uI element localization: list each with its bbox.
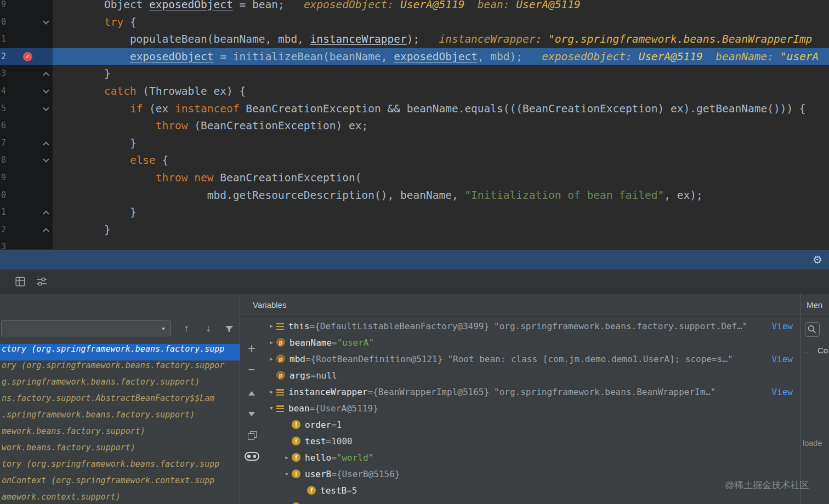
stack-frame[interactable]: amework.context.support) (0, 492, 240, 504)
variable-row[interactable]: ▶pmbd = {RootBeanDefinition@5121}"Root b… (263, 351, 800, 367)
gutter-row: 7 (0, 135, 53, 152)
variables-tree: ▶this = {DefaultListableBeanFactory@3499… (263, 318, 800, 504)
code-line (53, 238, 829, 249)
move-down-button[interactable] (240, 412, 263, 416)
code-line: } (53, 204, 829, 221)
memory-search-button[interactable] (805, 322, 820, 337)
show-watches-button[interactable] (240, 452, 263, 461)
gutter-row: 4 (0, 83, 53, 100)
variable-name: userB (305, 469, 331, 479)
add-watch-button[interactable]: + (240, 342, 263, 355)
inline-debug-hint: beanName: (703, 50, 780, 63)
line-number: 1 (1, 34, 6, 44)
variable-value: {UserA@5119} (315, 403, 378, 414)
inline-debug-hint: bean: (464, 0, 516, 11)
variable-row[interactable]: pargs = null (263, 367, 800, 383)
variable-row[interactable]: ftestB = 5 (263, 482, 800, 499)
gutter-row: 3 (0, 65, 53, 83)
stack-frame[interactable]: tory (org.springframework.beans.factory.… (0, 459, 240, 476)
view-link[interactable]: View (769, 321, 793, 331)
expand-chevron-icon[interactable]: ▶ (266, 389, 276, 394)
gutter-row: 9 (0, 0, 53, 14)
variable-value: {UserB@5156} (337, 469, 400, 479)
fold-marker-icon[interactable] (43, 18, 49, 24)
equals-sign: = (311, 370, 316, 381)
debug-session-toolbar: ⚙ (0, 249, 829, 270)
chevron-down-icon (161, 328, 166, 330)
watermark-text: @稀土掘金技术社区 (725, 479, 809, 491)
stack-frame[interactable]: ns.factory.support.AbstractBeanFactory$$… (0, 393, 240, 410)
gutter-row: 0 (0, 187, 53, 204)
fold-marker-icon[interactable] (43, 105, 49, 111)
inline-debug-hint: UserA@5119 (400, 0, 464, 11)
line-number: 7 (1, 138, 6, 148)
variable-row[interactable]: ▼fuserB = {UserB@5156} (263, 466, 800, 482)
variable-row[interactable]: ftest = 1000 (263, 433, 800, 449)
fold-marker-icon[interactable] (43, 157, 49, 163)
fold-marker-icon[interactable] (43, 210, 49, 216)
variable-value: {DefaultListableBeanFactory@3499} (315, 321, 489, 331)
stack-frame[interactable]: ctory (org.springframework.beans.factory… (0, 344, 240, 360)
code-line: } (53, 135, 829, 152)
code-line: Object exposedObject = bean; exposedObje… (53, 0, 829, 14)
settings-sliders-button[interactable] (36, 277, 47, 288)
fold-marker-icon[interactable] (43, 141, 49, 147)
frames-filter-button[interactable] (222, 322, 237, 339)
equals-sign: = (368, 387, 373, 397)
variable-row[interactable]: ▶pbeanName = "userA" (263, 334, 800, 351)
expand-chevron-icon[interactable]: ▶ (282, 455, 292, 460)
variable-row[interactable]: ▼bean = {UserA@5119} (263, 400, 800, 416)
thread-selector-dropdown[interactable] (1, 320, 171, 336)
stack-frame[interactable]: .springframework.beans.factory.support) (0, 410, 240, 426)
stack-frame[interactable]: onContext (org.springframework.context.s… (0, 476, 240, 492)
field-icon: f (292, 453, 300, 462)
variable-name: beanName (289, 337, 332, 348)
frames-up-button[interactable]: ↑ (179, 320, 194, 336)
variable-row[interactable]: forder = 1 (263, 416, 800, 433)
variable-name: this (288, 321, 310, 331)
expand-chevron-icon[interactable]: ▼ (266, 405, 276, 411)
variable-name: instanceWrapper (288, 387, 368, 397)
variable-row[interactable]: ▶instanceWrapper = {BeanWrapperImpl@5165… (263, 383, 800, 400)
view-link[interactable]: View (769, 354, 793, 364)
field-icon: f (292, 437, 300, 445)
code-line: throw (BeanCreationException) ex; (53, 117, 829, 135)
stack-frame[interactable]: ory (org.springframework.beans.factory.s… (0, 360, 240, 377)
memory-tab-label: Men (807, 300, 822, 310)
inline-debug-hint: "userA (780, 50, 819, 63)
variable-name: args (289, 370, 311, 381)
layout-grid-button[interactable] (15, 277, 25, 289)
equals-sign: = (331, 420, 337, 430)
gutter-row: 5 (0, 100, 53, 118)
variable-row[interactable]: ▶fhello = "world" (263, 449, 800, 466)
gutter-row: 8 (0, 152, 53, 169)
stack-frame[interactable]: work.beans.factory.support) (0, 443, 240, 459)
fold-marker-icon[interactable] (43, 72, 49, 78)
stack-frame[interactable]: g.springframework.beans.factory.support) (0, 377, 240, 393)
expand-chevron-icon[interactable]: ▼ (282, 471, 292, 477)
line-number: 3 (1, 68, 6, 78)
code-line: mbd.getResourceDescription(), beanName, … (53, 187, 829, 204)
view-link[interactable]: View (769, 387, 793, 397)
line-number: 2 (1, 225, 6, 234)
duplicate-watch-button[interactable] (240, 431, 263, 440)
expand-chevron-icon[interactable]: ▶ (266, 356, 276, 362)
fold-marker-icon[interactable] (43, 87, 49, 93)
frames-down-button[interactable]: ↓ (201, 320, 216, 336)
stack-frame[interactable]: mework.beans.factory.support) (0, 426, 240, 443)
watches-toolbar: + − (240, 317, 263, 504)
expand-chevron-icon[interactable]: ▶ (266, 323, 276, 329)
equals-sign: = (326, 436, 332, 446)
variable-row[interactable]: f (263, 499, 800, 504)
breakpoint-icon[interactable]: ✓ (23, 52, 32, 61)
field-icon: f (307, 486, 316, 495)
expand-chevron-icon[interactable]: ▶ (266, 340, 276, 345)
variable-value: {BeanWrapperImpl@5165} (373, 387, 489, 397)
memory-overflow-dots: ‥ (804, 347, 809, 355)
move-up-button[interactable] (240, 391, 263, 396)
fold-marker-icon[interactable] (43, 228, 49, 234)
settings-gear-button[interactable]: ⚙ (813, 253, 822, 266)
field-icon: f (292, 469, 300, 478)
remove-watch-button[interactable]: − (240, 364, 263, 376)
variable-row[interactable]: ▶this = {DefaultListableBeanFactory@3499… (263, 318, 800, 334)
